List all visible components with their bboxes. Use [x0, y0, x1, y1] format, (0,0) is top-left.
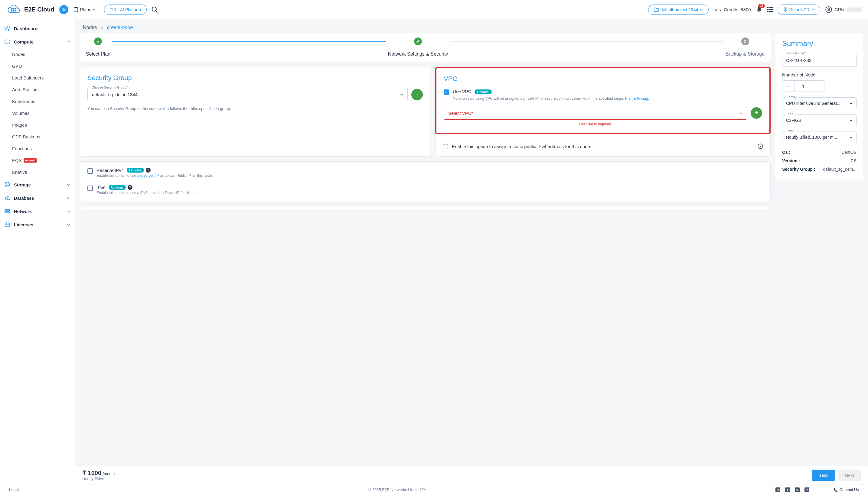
apps-menu-button[interactable]: [767, 7, 773, 12]
svg-point-4: [152, 7, 157, 11]
nav-functions[interactable]: Functions: [0, 143, 75, 154]
footer-contact-link[interactable]: Contact Us: [834, 488, 859, 492]
x-twitter-icon[interactable]: X: [795, 488, 800, 492]
vpc-plan-pricing-link[interactable]: Plan & Pricing.: [625, 97, 649, 101]
step-1-indicator[interactable]: [94, 37, 102, 45]
nav-database[interactable]: Database: [0, 191, 75, 205]
select-vpc-dropdown[interactable]: Select VPC*: [444, 107, 747, 120]
plans-label: Plans: [80, 7, 91, 12]
add-security-group-button[interactable]: +: [411, 89, 423, 100]
security-group-select-label: Choose Security Group*: [91, 86, 129, 89]
plans-dropdown[interactable]: Plans: [73, 7, 96, 12]
nav-compute[interactable]: Compute: [0, 35, 75, 48]
tir-ai-platform-button[interactable]: TIR - AI Platform: [104, 4, 147, 15]
top-header: E2E Cloud Plans TIR - AI Platform defaul…: [0, 0, 868, 19]
nav-eqs[interactable]: EQS Internal: [0, 154, 75, 166]
footer-legal-link[interactable]: Legal: [9, 488, 19, 492]
notifications-button[interactable]: 23: [756, 6, 763, 13]
nav-load-balancers[interactable]: Load Balancers: [0, 72, 75, 84]
storage-icon: [4, 182, 10, 188]
static-ip-card: Enable this option to assign a static pu…: [435, 134, 771, 156]
next-button[interactable]: Next: [838, 470, 861, 481]
svg-text:f: f: [787, 488, 788, 492]
svg-rect-17: [5, 209, 10, 211]
chevron-down-icon: [67, 223, 70, 226]
security-group-card: Security Group Choose Security Group* de…: [80, 67, 430, 156]
summary-panel: Summary Node Name* Number of Node − 1 + …: [775, 33, 863, 180]
breadcrumb-root[interactable]: Nodes: [83, 25, 97, 30]
nav-network[interactable]: Network: [0, 205, 75, 218]
nav-knative[interactable]: Knative: [0, 166, 75, 178]
nav-gpu[interactable]: GPU: [0, 60, 75, 72]
vpc-title: VPC: [444, 75, 762, 83]
use-vpc-checkbox[interactable]: ✓: [444, 89, 449, 95]
help-icon[interactable]: ?: [146, 168, 151, 173]
price-select[interactable]: Price Hourly Billed, 1000 per m...: [782, 131, 856, 143]
nav-images[interactable]: Images: [0, 119, 75, 131]
facebook-icon[interactable]: f: [785, 488, 790, 492]
node-name-label: Node Name*: [785, 51, 807, 55]
add-vpc-button[interactable]: +: [751, 107, 762, 119]
nav-licenses[interactable]: Licenses: [0, 218, 75, 231]
nav-cdp-backups[interactable]: CDP Backups: [0, 131, 75, 143]
ipv6-checkbox[interactable]: [87, 186, 93, 191]
pencil-icon: [416, 39, 420, 44]
vpc-error-text: This field is required.: [444, 122, 747, 126]
cloud-logo-icon: [6, 4, 21, 15]
partial-card-peek: [80, 206, 771, 209]
svg-point-16: [5, 182, 10, 184]
decrement-button[interactable]: −: [782, 81, 795, 91]
help-icon[interactable]: ?: [128, 185, 132, 190]
nav-storage[interactable]: Storage: [0, 178, 75, 191]
sidebar: Dashboard Compute Nodes GPU Load Balance…: [0, 19, 75, 484]
security-group-title: Security Group: [87, 74, 423, 82]
plan-select[interactable]: Plan C3-4GB: [782, 114, 856, 126]
rss-icon[interactable]: [804, 488, 809, 492]
svg-rect-10: [7, 26, 10, 28]
chevron-down-icon: [739, 112, 742, 114]
info-icon[interactable]: i: [758, 143, 763, 149]
chevron-down-icon: [700, 9, 703, 11]
nav-dashboard[interactable]: Dashboard: [0, 22, 75, 35]
security-group-help: You can use Security Group to this node …: [87, 106, 423, 112]
logo-section[interactable]: E2E Cloud: [6, 4, 54, 15]
svg-point-27: [806, 491, 806, 491]
family-select[interactable]: Family CPU Intensive 3rd Generat...: [782, 97, 856, 109]
security-group-select[interactable]: default_sg_delhi_1344: [87, 88, 408, 101]
internal-badge: Internal: [23, 158, 37, 163]
reserve-ipv4-checkbox[interactable]: [87, 168, 93, 174]
svg-text:X: X: [796, 489, 798, 492]
search-button[interactable]: [151, 6, 158, 13]
footer: Legal © 2025 E2E Networks Limited ™ in f…: [0, 484, 868, 495]
total-price: ₹ 1000: [82, 470, 101, 476]
node-count-stepper: − 1 +: [782, 80, 824, 92]
chevron-down-icon: [67, 197, 70, 199]
database-icon: [4, 195, 10, 201]
optional-badge: Optional: [127, 168, 144, 173]
account-menu[interactable]: CRN: [825, 6, 862, 13]
user-circle-icon: [825, 6, 832, 13]
crn-value-blurred: [847, 7, 862, 12]
node-count-value: 1: [795, 81, 812, 91]
check-icon: [96, 39, 100, 44]
step-2-indicator[interactable]: [414, 37, 422, 45]
nav-nodes[interactable]: Nodes: [0, 48, 75, 60]
reserved-ip-link[interactable]: reserved IP: [140, 173, 159, 178]
nav-volumes[interactable]: Volumes: [0, 107, 75, 119]
linkedin-icon[interactable]: in: [775, 488, 780, 492]
svg-rect-3: [74, 7, 78, 12]
increment-button[interactable]: +: [812, 81, 824, 91]
static-ip-checkbox[interactable]: [443, 144, 448, 149]
folder-icon: [654, 7, 659, 12]
project-selector[interactable]: default-project-1344: [648, 4, 709, 15]
step-1-label: Select Plan: [86, 51, 110, 57]
summary-title: Summary: [782, 39, 856, 48]
region-selector[interactable]: Delhi-NCR: [777, 4, 820, 15]
collapse-sidebar-button[interactable]: [59, 5, 68, 14]
chevron-down-icon: [812, 9, 815, 11]
back-button[interactable]: Back: [812, 470, 835, 481]
node-name-input[interactable]: [782, 54, 856, 67]
nav-kubernetes[interactable]: Kubernetes: [0, 96, 75, 107]
chevron-down-icon: [400, 94, 403, 96]
nav-auto-scaling[interactable]: Auto Scaling: [0, 84, 75, 96]
